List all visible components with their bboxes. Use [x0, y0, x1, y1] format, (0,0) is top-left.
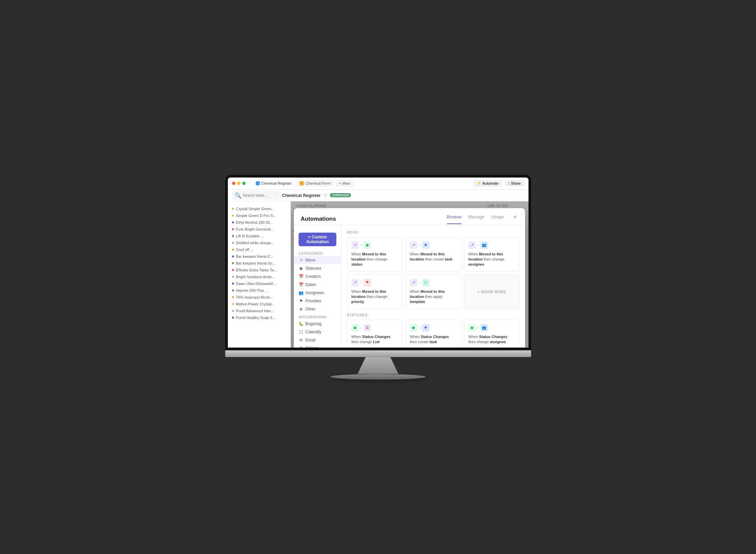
- item-dot: [232, 289, 234, 291]
- automation-card-move-template[interactable]: ↗ » ⬡ When Moved to this location then a…: [405, 274, 461, 309]
- automation-card-move-status[interactable]: ↗ » ◉ When Moved to this location then c…: [347, 237, 403, 272]
- automation-card-status-assignee[interactable]: ◉ » 👥 When Status Changes then change as…: [464, 320, 520, 348]
- github-icon: ⚙: [299, 346, 303, 348]
- tab-browse[interactable]: Browse: [447, 214, 461, 224]
- tab-icon-form: [300, 181, 304, 185]
- list-item[interactable]: BTester Extra Tacky Ta...: [231, 267, 288, 273]
- sidebar-item-bugsnag[interactable]: 🐛 Bugsnag: [294, 320, 341, 328]
- automation-card-move-priority[interactable]: ↗ » ⚑ When Moved to this location then c…: [347, 274, 403, 309]
- list-item[interactable]: Crystal Simple Green...: [231, 205, 288, 212]
- sidebar-item-priorities[interactable]: ⚑ Priorities: [294, 297, 341, 305]
- modal-overlay: Automations Browse Manage Usage ×: [291, 201, 528, 348]
- list-info-icon[interactable]: ⓘ: [323, 193, 327, 198]
- sidebar-item-other[interactable]: ⊕ Other: [294, 305, 341, 313]
- list-item[interactable]: Purell Healthy Soap S...: [231, 314, 288, 321]
- sidebar-item-label: Calendly: [305, 330, 321, 334]
- other-icon: ⊕: [299, 307, 303, 312]
- monitor-stand-base: [331, 374, 426, 380]
- result-icon-status: ◉: [364, 241, 371, 249]
- sidebar-item-label: Dates: [305, 282, 316, 287]
- sidebar-item-move[interactable]: ↗ Move: [294, 256, 341, 264]
- arrow-icon: »: [360, 281, 362, 284]
- result-icon-template: ⬡: [422, 279, 430, 286]
- sidebar-item-label: Other: [305, 307, 316, 312]
- section-label-move: MOVE:: [347, 231, 520, 234]
- tab-label-form: Chemical Form: [305, 181, 331, 185]
- maximize-traffic-light[interactable]: [242, 182, 246, 185]
- trigger-icon-move: ↗: [410, 279, 417, 286]
- trigger-icon-status: ◉: [351, 324, 359, 332]
- arrow-icon: »: [419, 281, 421, 284]
- sidebar-item-label: Move: [305, 258, 315, 263]
- sidebar-item-assignees[interactable]: 👥 Assignees: [294, 289, 341, 297]
- automation-card-move-assignee[interactable]: ↗ » 👥 When Moved to this location then c…: [464, 237, 520, 272]
- list-item[interactable]: Distilled white vinega...: [231, 239, 288, 246]
- list-item[interactable]: Lift III Ecolabs ...: [231, 233, 288, 239]
- arrow-icon: »: [360, 326, 362, 330]
- tab-usage[interactable]: Usage: [491, 214, 504, 224]
- automation-card-status-list[interactable]: ◉ » ☰ When Status Changes then change Li…: [347, 320, 403, 348]
- toolbar: 🔍 Chemical Register ⓘ APPROVED: [228, 190, 528, 201]
- item-dot: [232, 228, 234, 230]
- sidebar-item-calendly[interactable]: ☐ Calendly: [294, 328, 341, 336]
- email-icon: ✉: [299, 338, 303, 342]
- move-icon: ↗: [299, 258, 303, 263]
- monitor: Chemical Register Chemical Form + View ⚡…: [225, 175, 531, 380]
- card-icons: ◉ » ☰: [351, 324, 398, 332]
- automation-card-move-task[interactable]: ↗ » ✚ When Moved to this location then c…: [405, 237, 461, 272]
- modal-tabs: Browse Manage Usage: [447, 214, 504, 224]
- card-text: When Status Changes then change assignee: [468, 334, 515, 345]
- list-item[interactable]: Simple Green D Pro S...: [231, 212, 288, 219]
- list-item[interactable]: Motive-Power Crystal...: [231, 301, 288, 307]
- tab-chemical-register[interactable]: Chemical Register: [252, 180, 295, 187]
- arrow-icon: »: [419, 326, 421, 330]
- arrow-icon: »: [477, 243, 479, 247]
- list-item[interactable]: Ethyl Alcohol 190 55...: [231, 219, 288, 226]
- sidebar-item-statuses[interactable]: ◉ Statuses: [294, 264, 341, 272]
- share-button[interactable]: ↑ Share: [505, 180, 524, 186]
- list-item[interactable]: 70% Isopropyl Alcoh...: [231, 294, 288, 301]
- sidebar-item-email[interactable]: ✉ Email: [294, 336, 341, 344]
- statuses-icon: ◉: [299, 266, 303, 271]
- card-icons: ↗ » ⬡: [410, 279, 457, 286]
- modal-content: MOVE: ↗ » ◉ When Mo: [341, 225, 525, 348]
- card-text: When Moved to this location then change …: [351, 252, 398, 267]
- list-item[interactable]: Bright Solutions Amte...: [231, 273, 288, 280]
- list-item[interactable]: Pure Bright Germicid...: [231, 226, 288, 233]
- modal-body: + Custom Automation CATEGORIES: ↗ Move ◉…: [294, 225, 525, 348]
- item-dot: [232, 262, 234, 264]
- list-item[interactable]: Bar keepers friend-C...: [231, 253, 288, 260]
- card-text: When Moved to this location then create …: [410, 252, 457, 262]
- automate-button[interactable]: ⚡ Automate: [473, 180, 502, 187]
- list-item[interactable]: Dawn Ultra Dishwashf...: [231, 280, 288, 287]
- close-button[interactable]: ×: [512, 214, 518, 221]
- list-item[interactable]: Purell Advanced Han...: [231, 307, 288, 314]
- move-grid: ↗ » ◉ When Moved to this location then c…: [347, 237, 520, 309]
- modal-header: Automations Browse Manage Usage ×: [294, 208, 525, 225]
- tab-bar: Chemical Register Chemical Form + View: [252, 180, 471, 187]
- automation-card-status-task[interactable]: ◉ » ✚ When Status Changes then create ta…: [405, 320, 461, 348]
- search-box[interactable]: 🔍: [232, 191, 280, 200]
- tab-view[interactable]: + View: [335, 180, 353, 187]
- list-item[interactable]: Goof off ...: [231, 246, 288, 253]
- search-input[interactable]: [243, 193, 277, 197]
- list-item[interactable]: Haynes 500 Plus ...: [231, 287, 288, 294]
- result-icon-list: ☰: [364, 324, 371, 332]
- trigger-icon-status: ◉: [410, 324, 417, 332]
- minimize-traffic-light[interactable]: [237, 182, 240, 185]
- tab-chemical-form[interactable]: Chemical Form: [296, 180, 334, 187]
- tab-manage[interactable]: Manage: [468, 214, 484, 224]
- close-traffic-light[interactable]: [232, 182, 235, 185]
- sidebar-item-github[interactable]: ⚙ GitHub: [294, 344, 341, 348]
- card-icons: ↗ » 👥: [468, 241, 515, 249]
- sidebar: Crystal Simple Green... Simple Green D P…: [228, 201, 291, 348]
- list-item[interactable]: Bar keepers friend-So...: [231, 260, 288, 267]
- sidebar-item-dates[interactable]: 📅 Dates: [294, 281, 341, 289]
- item-dot: [232, 269, 234, 271]
- show-more-move[interactable]: » SHOW MORE: [464, 274, 520, 309]
- priorities-icon: ⚑: [299, 299, 303, 303]
- card-text: When Status Changes then change List: [351, 334, 398, 345]
- sidebar-item-creation[interactable]: 📅 Creation: [294, 272, 341, 281]
- item-dot: [232, 276, 234, 278]
- custom-automation-button[interactable]: + Custom Automation: [299, 233, 336, 246]
